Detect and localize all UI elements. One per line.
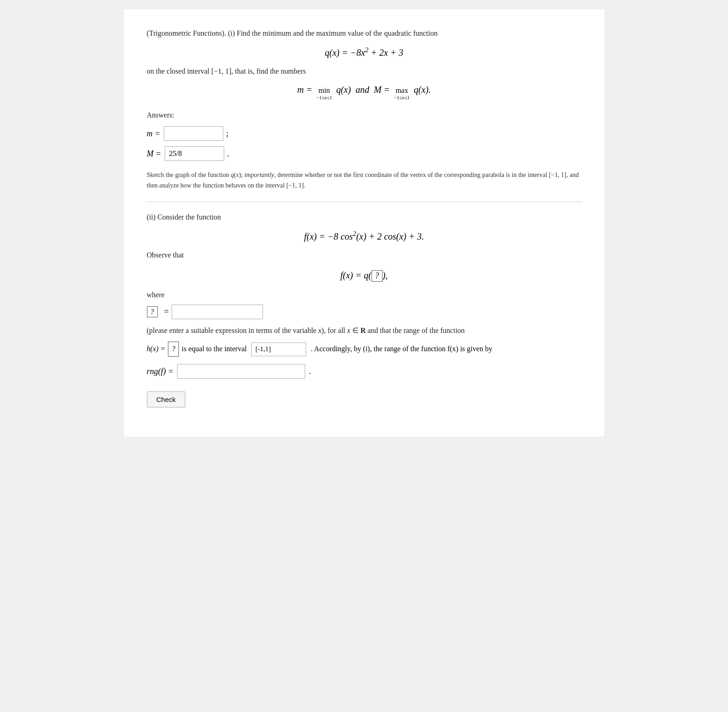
formula-f: f(x) = −8 cos2(x) + 2 cos(x) + 3. xyxy=(147,230,582,242)
rng-label: rng(f) = xyxy=(147,367,174,376)
formula-m-text: m = min −1≤x≤1 q(x) and M = max −1≤x≤1 q… xyxy=(297,85,431,95)
M-punctuation: . xyxy=(227,149,229,159)
interval-text: on the closed interval [−1, 1], that is,… xyxy=(147,65,582,77)
m-punctuation: ; xyxy=(226,129,228,139)
fx-q-box: ? xyxy=(372,270,383,282)
page-container: (Trigonometric Functions). (i) Find the … xyxy=(124,9,604,437)
M-input[interactable] xyxy=(165,146,224,161)
where-box-label: ? xyxy=(147,306,158,317)
part-i-intro: (Trigonometric Functions). (i) Find the … xyxy=(147,27,582,39)
hx-box: ? xyxy=(168,342,179,357)
rng-row: rng(f) = . xyxy=(147,364,582,379)
part-ii-intro: (ii) Consider the function xyxy=(147,211,582,223)
M-answer-row: M = . xyxy=(147,146,582,161)
check-button[interactable]: Check xyxy=(147,391,186,407)
hx-row: h(x) = ? is equal to the interval . Acco… xyxy=(147,342,582,357)
hx-interval-input[interactable] xyxy=(251,343,306,356)
max-label: max xyxy=(395,86,408,95)
observe-section: Observe that f(x) = q(?), xyxy=(147,249,582,282)
answers-label: Answers: xyxy=(147,109,582,121)
formula-q: q(x) = −8x2 + 2x + 3 xyxy=(147,47,582,59)
hx-label: h(x) = xyxy=(147,343,166,356)
please-text: (please enter a suitable expression in t… xyxy=(147,325,582,337)
m-answer-row: m = ; xyxy=(147,126,582,141)
hint-text: Sketch the graph of the function q(x); i… xyxy=(147,170,582,191)
rng-input[interactable] xyxy=(177,364,305,379)
section-divider xyxy=(147,202,582,202)
where-input[interactable] xyxy=(172,305,263,319)
hx-middle: is equal to the interval xyxy=(182,343,247,356)
part-ii-section: (ii) Consider the function f(x) = −8 cos… xyxy=(147,211,582,407)
rng-punctuation: . xyxy=(309,367,311,376)
fx-q-text: f(x) = q(?), xyxy=(340,270,388,280)
m-input[interactable] xyxy=(164,126,223,141)
formula-q-text: q(x) = −8x2 + 2x + 3 xyxy=(325,48,404,58)
formula-m: m = min −1≤x≤1 q(x) and M = max −1≤x≤1 q… xyxy=(147,85,582,100)
min-label: min xyxy=(318,86,330,95)
fx-q-formula: f(x) = q(?), xyxy=(147,270,582,282)
where-eq: = xyxy=(164,307,169,316)
where-row: ? = xyxy=(147,305,582,319)
m-label: m = xyxy=(147,129,161,139)
where-label: where xyxy=(147,289,582,301)
check-button-label: Check xyxy=(156,396,176,403)
answers-section: Answers: m = ; M = . xyxy=(147,109,582,161)
observe-label: Observe that xyxy=(147,249,582,261)
M-label: M = xyxy=(147,149,162,159)
formula-f-text: f(x) = −8 cos2(x) + 2 cos(x) + 3. xyxy=(304,231,424,241)
hx-end: . Accordingly, by (i), the range of the … xyxy=(311,343,492,356)
max-sub: −1≤x≤1 xyxy=(394,95,410,100)
min-sub: −1≤x≤1 xyxy=(316,95,332,100)
part-i-section: (Trigonometric Functions). (i) Find the … xyxy=(147,27,582,191)
where-section: where ? = (please enter a suitable expre… xyxy=(147,289,582,407)
